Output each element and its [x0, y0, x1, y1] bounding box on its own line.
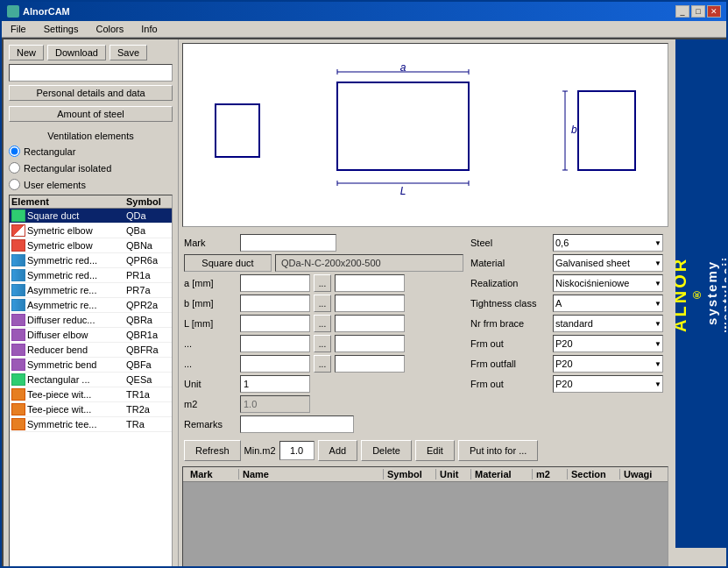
left-panel: New Download Save Personal details and d… [4, 39, 179, 568]
download-button[interactable]: Download [47, 45, 106, 60]
brand-wentylacji: wentylacji [719, 256, 728, 332]
nr-frm-brace-label: Nr frm brace [470, 318, 549, 329]
menu-info[interactable]: Info [136, 23, 162, 35]
menu-bar: File Settings Colors Info [2, 21, 726, 38]
field-extra2-dots-button[interactable]: ... [314, 355, 331, 373]
list-item[interactable]: Symmetric tee... TRa [10, 417, 172, 432]
field-extra2-input[interactable] [240, 355, 310, 373]
nr-frm-brace-select-wrapper[interactable]: standard [553, 315, 663, 332]
add-button[interactable]: Add [318, 440, 358, 461]
menu-file[interactable]: File [5, 23, 32, 35]
brand-registered: ® [690, 256, 704, 332]
field-b-input[interactable] [240, 295, 310, 312]
realization-select-wrapper[interactable]: Niskociśnieniowe [553, 274, 663, 292]
list-item[interactable]: Reducer bend QBFRa [10, 343, 172, 358]
top-buttons: New Download Save [9, 45, 173, 60]
field-extra1-row: ... ... [184, 335, 463, 352]
list-item[interactable]: Symmetric bend QBFa [10, 358, 172, 373]
frm-out2-select[interactable]: P20 [553, 375, 663, 393]
field-a-dots-button[interactable]: ... [314, 274, 331, 292]
list-item[interactable]: Symmetric red... PR1a [10, 268, 172, 283]
field-a-input[interactable] [240, 274, 310, 292]
unit-row: Unit [184, 375, 463, 393]
m2-input[interactable] [240, 395, 310, 413]
top-text-input[interactable] [9, 64, 173, 82]
list-item[interactable]: Diffuser elbow QBR1a [10, 328, 172, 343]
radio-user-elements[interactable]: User elements [9, 179, 173, 190]
put-into-button[interactable]: Put into for ... [458, 440, 538, 461]
realization-select[interactable]: Niskociśnieniowe [553, 274, 663, 292]
field-b-dots-button[interactable]: ... [314, 295, 331, 312]
menu-colors[interactable]: Colors [90, 23, 129, 35]
frm-out-select[interactable]: P20 [553, 335, 663, 352]
field-extra2-extra-input[interactable] [335, 355, 405, 373]
list-item[interactable]: Square duct QDa [10, 209, 172, 224]
col-uwagi-header: Uwagi [620, 469, 664, 479]
minimize-button[interactable]: _ [675, 5, 689, 18]
bottom-table-header: Mark Name Symbol Unit Material m2 Sectio… [183, 467, 668, 482]
steel-select-wrapper[interactable]: 0,6 [553, 234, 663, 252]
list-item[interactable]: Tee-piece wit... TR2a [10, 402, 172, 417]
tightness-select[interactable]: A [553, 295, 663, 312]
list-item[interactable]: Asymmetric re... PR7a [10, 283, 172, 298]
remarks-row: Remarks [184, 415, 463, 433]
list-item[interactable]: Asymmetric re... QPR2a [10, 298, 172, 313]
list-item[interactable]: Tee-piece wit... TR1a [10, 387, 172, 402]
remarks-input[interactable] [240, 415, 354, 433]
amount-of-steel-button[interactable]: Amount of steel [9, 106, 173, 122]
col-name-header: Name [239, 469, 384, 479]
element-table-header: Element Symbol [10, 195, 172, 209]
realization-row: Realization Niskociśnieniowe [470, 274, 663, 292]
field-l-input[interactable] [240, 315, 310, 332]
menu-settings[interactable]: Settings [39, 23, 84, 35]
radio-rectangular[interactable]: Rectangular [9, 146, 173, 157]
save-button[interactable]: Save [110, 45, 147, 60]
min-m2-input[interactable] [279, 441, 315, 460]
list-item[interactable]: Diffuser reduc... QBRa [10, 313, 172, 328]
element-icon [11, 359, 25, 371]
radio-rectangular-isolated[interactable]: Rectangular isolated [9, 162, 173, 174]
field-b-extra-input[interactable] [335, 295, 405, 312]
field-l-extra-input[interactable] [335, 315, 405, 332]
frm-outfall-select-wrapper[interactable]: P20 [553, 355, 663, 373]
nr-frm-brace-select[interactable]: standard [553, 315, 663, 332]
list-item[interactable]: Rectangular ... QESa [10, 373, 172, 387]
element-icon [11, 388, 25, 401]
list-item[interactable]: Symetric elbow QBNa [10, 238, 172, 253]
field-extra1-input[interactable] [240, 335, 310, 352]
list-item[interactable]: Symetric elbow QBa [10, 224, 172, 238]
action-buttons-row: Refresh Min.m2 Add Delete Edit Put into … [179, 437, 668, 465]
square-duct-button[interactable]: Square duct [184, 254, 272, 272]
material-select-wrapper[interactable]: Galvanised sheet [553, 254, 663, 272]
element-table-body[interactable]: Square duct QDa Symetric elbow QBa Symet… [10, 209, 172, 568]
bottom-table-body[interactable] [183, 482, 668, 568]
field-a-extra-input[interactable] [335, 274, 405, 292]
field-extra1-extra-input[interactable] [335, 335, 405, 352]
frm-outfall-select[interactable]: P20 [553, 355, 663, 373]
tightness-select-wrapper[interactable]: A [553, 295, 663, 312]
right-panel: ALNOR ® systemy wentylacji a [179, 39, 728, 568]
form-left: Mark Square duct QDa-N-C-200x200-500 a [… [184, 234, 463, 433]
edit-button[interactable]: Edit [415, 440, 455, 461]
refresh-button[interactable]: Refresh [184, 440, 241, 461]
element-icon [11, 344, 25, 356]
field-extra1-dots-button[interactable]: ... [314, 335, 331, 352]
unit-input[interactable] [240, 375, 310, 393]
window-controls[interactable]: _ □ ✕ [675, 5, 721, 18]
field-l-dots-button[interactable]: ... [314, 315, 331, 332]
m2-label: m2 [184, 399, 237, 409]
list-item[interactable]: Symmetric red... QPR6a [10, 253, 172, 268]
frm-out2-select-wrapper[interactable]: P20 [553, 375, 663, 393]
steel-select[interactable]: 0,6 [553, 234, 663, 252]
delete-button[interactable]: Delete [361, 440, 412, 461]
tightness-label: Tightness class [470, 298, 549, 309]
personal-details-button[interactable]: Personal details and data [9, 85, 173, 101]
mark-input[interactable] [240, 234, 336, 252]
app-icon [7, 5, 19, 18]
material-select[interactable]: Galvanised sheet [553, 254, 663, 272]
frm-out-select-wrapper[interactable]: P20 [553, 335, 663, 352]
mark-label: Mark [184, 238, 237, 248]
close-button[interactable]: ✕ [707, 5, 721, 18]
new-button[interactable]: New [9, 45, 44, 60]
maximize-button[interactable]: □ [691, 5, 705, 18]
